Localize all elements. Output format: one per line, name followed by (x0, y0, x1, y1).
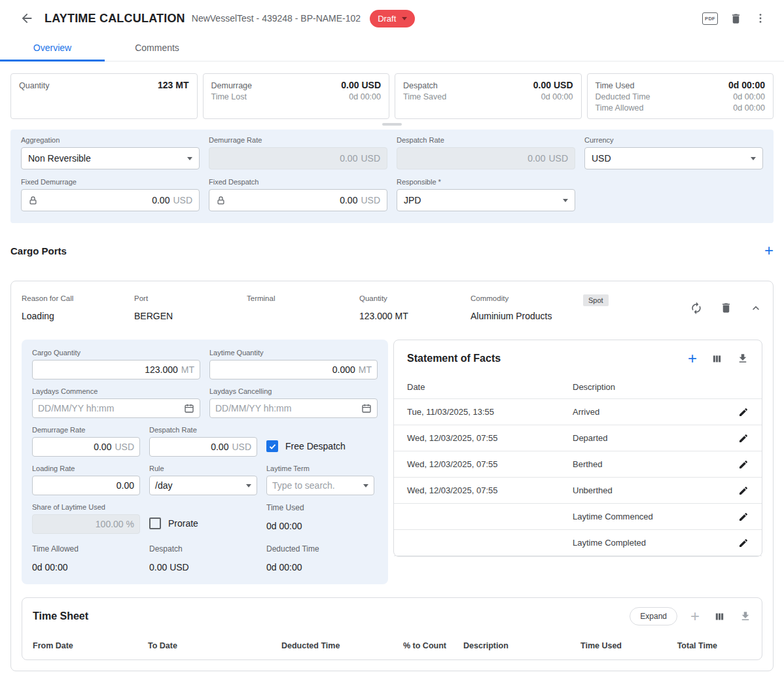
port-column: Port BERGEN (134, 294, 247, 321)
status-dropdown[interactable]: Draft (370, 10, 415, 27)
port-time-used-label: Time Used (266, 503, 374, 512)
port-demurrage-rate-unit: USD (115, 442, 134, 452)
sof-description-cell: Arrived (573, 407, 599, 417)
time-saved-value: 0d 00:00 (541, 92, 573, 101)
cargo-quantity-input[interactable]: 123.000 MT (32, 360, 200, 379)
commodity-value: Aluminium Products (471, 311, 583, 321)
port-despatch-rate-field: Despatch Rate 0.00 USD (149, 426, 257, 457)
more-options-button[interactable] (754, 12, 767, 25)
delete-calculation-button[interactable] (730, 12, 742, 25)
fixed-despatch-field: Fixed Despatch 0.00 USD (209, 178, 387, 211)
laytime-quantity-value: 0.000 (332, 364, 355, 375)
back-button[interactable] (20, 11, 34, 26)
despatch-rate-label: Despatch Rate (397, 136, 575, 144)
column-header: Deducted Time (281, 641, 403, 650)
port-deducted-time-label: Deducted Time (266, 544, 374, 553)
edit-sof-row-button[interactable] (738, 538, 749, 548)
port-despatch-rate-input[interactable]: 0.00 USD (149, 437, 257, 457)
status-label: Draft (378, 14, 396, 24)
responsible-select[interactable]: JPD (397, 189, 575, 211)
resize-handle[interactable] (382, 123, 402, 126)
laydays-commence-input[interactable]: DD/MM/YY hh:mm (32, 398, 200, 418)
fixed-demurrage-field: Fixed Demurrage 0.00 USD (21, 178, 200, 211)
loading-rate-input[interactable]: 0.00 (32, 476, 140, 495)
laydays-cancelling-field: Laydays Cancelling DD/MM/YY hh:mm (209, 387, 378, 418)
sof-description-cell: Berthed (573, 459, 603, 469)
laytime-quantity-input[interactable]: 0.000 MT (209, 360, 378, 379)
responsible-value: JPD (404, 195, 421, 205)
sof-date-cell: Wed, 12/03/2025, 07:55 (407, 485, 573, 495)
time-lost-value: 0d 00:00 (349, 92, 381, 101)
statement-of-facts-card: Statement of Facts + Date Description (393, 340, 762, 557)
calendar-icon[interactable] (184, 403, 194, 413)
laydays-cancelling-input[interactable]: DD/MM/YY hh:mm (209, 398, 378, 418)
port-card-header: Reason for Call Loading Port BERGEN Term… (22, 294, 762, 321)
expand-button[interactable]: Expand (630, 607, 677, 625)
edit-sof-row-button[interactable] (738, 433, 749, 444)
currency-select[interactable]: USD (584, 147, 763, 169)
commodity-label: Commodity (471, 294, 583, 302)
laytime-term-placeholder: Type to search. (272, 480, 335, 491)
laydays-cancelling-placeholder: DD/MM/YY hh:mm (215, 403, 291, 413)
port-quantity-label: Quantity (359, 294, 471, 302)
field-row: Laydays Commence DD/MM/YY hh:mm Laydays … (32, 387, 378, 418)
field-row: Loading Rate 0.00 Rule /day (32, 465, 378, 495)
prorate-field: Prorate (149, 514, 257, 533)
timesheet-columns-button[interactable] (714, 611, 725, 622)
laytime-term-select[interactable]: Type to search. (266, 476, 374, 495)
add-timesheet-row-button[interactable]: + (690, 608, 700, 624)
time-lost-label: Time Lost (211, 92, 247, 101)
port-card: Reason for Call Loading Port BERGEN Term… (10, 281, 774, 671)
rule-label: Rule (149, 465, 257, 472)
free-despatch-checkbox[interactable] (266, 440, 278, 452)
calendar-icon[interactable] (361, 403, 372, 413)
sof-row: Laytime Completed (394, 530, 762, 556)
tab-bar: Overview Comments (0, 37, 784, 61)
timesheet-download-button[interactable] (739, 610, 751, 622)
sof-columns-button[interactable] (711, 353, 722, 364)
lock-icon (216, 196, 226, 205)
tab-overview[interactable]: Overview (0, 37, 105, 61)
card-row: Time Allowed 0d 00:00 (596, 103, 766, 113)
fixed-despatch-value: 0.00 (340, 195, 357, 205)
sof-date-column-header: Date (407, 382, 573, 392)
top-bar: LAYTIME CALCULATION NewVesselTest - 4392… (0, 0, 784, 37)
prorate-checkbox[interactable] (149, 518, 161, 529)
recalculate-button[interactable] (690, 302, 703, 315)
port-value: BERGEN (134, 311, 247, 321)
prorate-label: Prorate (168, 518, 198, 529)
add-sof-row-button[interactable]: + (688, 351, 697, 366)
despatch-rate-value: 0.00 (527, 153, 545, 164)
columns-icon (714, 611, 725, 622)
pencil-icon (738, 459, 749, 470)
card-row: Time Lost 0d 00:00 (211, 92, 382, 101)
add-cargo-port-button[interactable]: + (764, 243, 774, 258)
reason-for-call-label: Reason for Call (22, 294, 134, 302)
caret-down-icon (751, 157, 756, 160)
summary-cards: Quantity 123 MT Demurrage 0.00 USD Time … (0, 61, 784, 119)
rule-select[interactable]: /day (149, 476, 257, 495)
sof-download-button[interactable] (737, 353, 749, 364)
collapse-port-button[interactable] (749, 302, 762, 315)
laydays-commence-label: Laydays Commence (32, 387, 200, 395)
card-row: Despatch 0.00 USD (403, 80, 573, 90)
fixed-despatch-input[interactable]: 0.00 USD (209, 189, 387, 211)
edit-sof-row-button[interactable] (738, 512, 749, 522)
responsible-field: Responsible * JPD (397, 178, 575, 211)
export-pdf-button[interactable]: PDF (702, 12, 718, 25)
edit-sof-row-button[interactable] (738, 459, 749, 470)
port-demurrage-rate-input[interactable]: 0.00 USD (32, 437, 140, 457)
topbar-actions: PDF (702, 12, 767, 25)
fixed-demurrage-input[interactable]: 0.00 USD (21, 189, 200, 211)
tab-comments[interactable]: Comments (105, 37, 209, 61)
cargo-quantity-label: Cargo Quantity (32, 349, 200, 357)
delete-port-button[interactable] (720, 302, 732, 315)
despatch-rate-unit: USD (548, 153, 568, 164)
edit-sof-row-button[interactable] (738, 485, 749, 496)
laytime-calculation-page: LAYTIME CALCULATION NewVesselTest - 4392… (0, 0, 784, 685)
edit-sof-row-button[interactable] (738, 407, 749, 417)
laytime-term-field: Laytime Term Type to search. (266, 465, 374, 495)
aggregation-select[interactable]: Non Reversible (21, 147, 200, 169)
terminal-column: Terminal (247, 294, 359, 321)
port-despatch-rate-value: 0.00 (211, 442, 228, 452)
